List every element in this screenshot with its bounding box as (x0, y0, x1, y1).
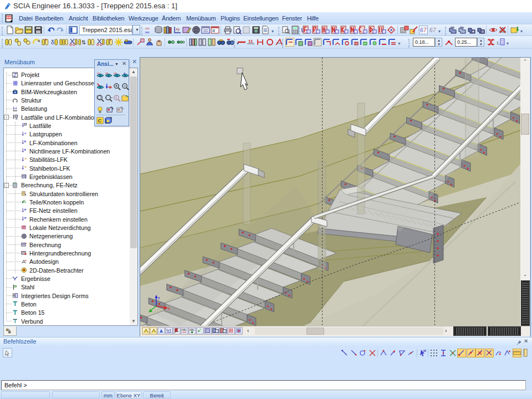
svg-text:C: C (98, 118, 102, 124)
svg-text:ABC: ABC (190, 329, 195, 331)
svg-text:ABC: ABC (182, 329, 187, 331)
